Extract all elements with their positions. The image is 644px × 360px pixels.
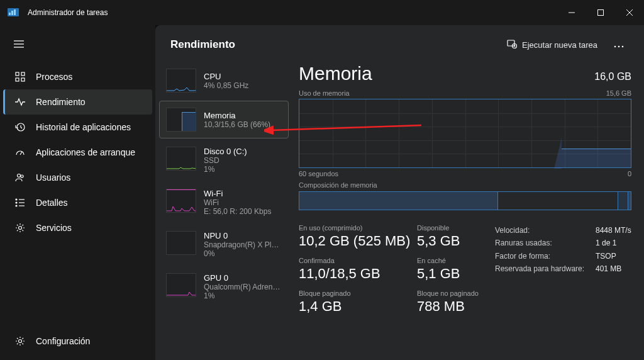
settings-icon bbox=[14, 335, 26, 347]
nav-processes[interactable]: Procesos bbox=[0, 64, 155, 89]
x-right: 0 bbox=[628, 170, 631, 177]
perf-stat: 10,3/15,6 GB (66%) bbox=[204, 120, 270, 129]
nav-history[interactable]: Historial de aplicaciones bbox=[0, 115, 155, 140]
perf-stat: Snapdragon(R) X Plus ... bbox=[204, 240, 282, 249]
nav-settings[interactable]: Configuración bbox=[0, 329, 155, 354]
nav-users[interactable]: Usuarios bbox=[0, 165, 155, 190]
window-controls bbox=[557, 0, 644, 25]
stat-value: 5,1 GB bbox=[417, 266, 480, 282]
nav-label: Configuración bbox=[36, 336, 90, 346]
stat-label: Disponible bbox=[417, 224, 480, 232]
gauge-icon bbox=[14, 147, 26, 158]
kv-val: TSOP bbox=[596, 250, 616, 262]
close-button[interactable] bbox=[615, 0, 644, 25]
window-title: Administrador de tareas bbox=[28, 8, 557, 17]
stat-value: 1,4 GB bbox=[299, 298, 411, 315]
perf-item-disk[interactable]: Disco 0 (C:) SSD 1% bbox=[159, 140, 289, 181]
nav-services[interactable]: Servicios bbox=[0, 215, 155, 240]
svg-rect-5 bbox=[598, 10, 604, 16]
detail-total: 16,0 GB bbox=[594, 71, 631, 82]
svg-point-31 bbox=[614, 46, 616, 48]
svg-point-18 bbox=[21, 175, 23, 177]
svg-point-33 bbox=[622, 46, 624, 48]
nav-label: Detalles bbox=[36, 198, 68, 208]
detail-title: Memoria bbox=[299, 63, 372, 84]
page-title: Rendimiento bbox=[170, 38, 507, 51]
users-icon bbox=[14, 172, 26, 183]
svg-rect-27 bbox=[508, 40, 514, 46]
svg-rect-1 bbox=[9, 13, 11, 15]
performance-list: CPU 4% 0,85 GHz Memoria 10,3/15,6 GB (66… bbox=[155, 60, 292, 360]
sidebar: Procesos Rendimiento Historial de aplica… bbox=[0, 25, 155, 360]
nav-label: Aplicaciones de arranque bbox=[36, 147, 135, 157]
usage-max: 15,6 GB bbox=[606, 89, 631, 97]
nav-performance[interactable]: Rendimiento bbox=[3, 89, 152, 115]
perf-stat: E: 56,0 R: 200 Kbps bbox=[204, 207, 271, 216]
stat-label: Bloque no paginado bbox=[417, 290, 480, 297]
kv-key: Velocidad: bbox=[495, 224, 596, 237]
perf-item-cpu[interactable]: CPU 4% 0,85 GHz bbox=[159, 62, 289, 99]
nav-label: Usuarios bbox=[36, 172, 70, 183]
usage-label: Uso de memoria bbox=[299, 89, 350, 97]
perf-stat: Qualcomm(R) Adreno... bbox=[204, 283, 282, 291]
svg-point-19 bbox=[16, 199, 17, 200]
wifi-thumbnail bbox=[166, 189, 196, 213]
svg-point-21 bbox=[16, 205, 17, 206]
perf-item-gpu[interactable]: GPU 0 Qualcomm(R) Adreno... 1% bbox=[159, 266, 289, 307]
x-left: 60 segundos bbox=[299, 170, 338, 177]
perf-name: Memoria bbox=[204, 111, 270, 120]
svg-rect-3 bbox=[14, 9, 16, 15]
perf-item-wifi[interactable]: Wi-Fi WiFi E: 56,0 R: 200 Kbps bbox=[159, 182, 289, 223]
stat-value: 11,0/18,5 GB bbox=[299, 266, 411, 282]
stat-label: Confirmada bbox=[299, 257, 411, 264]
perf-name: GPU 0 bbox=[204, 273, 282, 283]
svg-point-17 bbox=[18, 174, 21, 177]
run-task-icon bbox=[507, 39, 517, 51]
kv-key: Reservada para hardware: bbox=[495, 262, 596, 275]
stat-label: En uso (comprimido) bbox=[299, 224, 411, 232]
header: Rendimiento Ejecutar nueva tarea bbox=[155, 25, 644, 60]
perf-name: CPU bbox=[204, 72, 248, 81]
app-icon bbox=[8, 7, 19, 18]
maximize-button[interactable] bbox=[586, 0, 615, 25]
minimize-button[interactable] bbox=[557, 0, 586, 25]
cpu-thumbnail bbox=[166, 69, 196, 93]
nav-details[interactable]: Detalles bbox=[0, 190, 155, 215]
stat-label: En caché bbox=[417, 257, 480, 264]
memory-specs: Velocidad:8448 MT/s Ranuras usadas:1 de … bbox=[495, 224, 631, 322]
memory-usage-graph bbox=[299, 99, 631, 168]
svg-rect-12 bbox=[21, 72, 25, 76]
main-panel: Rendimiento Ejecutar nueva tarea CPU 4% … bbox=[155, 25, 644, 360]
more-button[interactable] bbox=[609, 37, 629, 53]
svg-rect-14 bbox=[21, 78, 25, 81]
perf-stat: WiFi bbox=[204, 198, 271, 207]
svg-point-25 bbox=[19, 227, 22, 230]
list-icon bbox=[14, 197, 26, 208]
svg-rect-13 bbox=[16, 78, 19, 81]
perf-item-npu[interactable]: NPU 0 Snapdragon(R) X Plus ... 0% bbox=[159, 224, 289, 265]
kv-val: 8448 MT/s bbox=[596, 224, 631, 237]
kv-key: Ranuras usadas: bbox=[495, 237, 596, 249]
perf-item-memory[interactable]: Memoria 10,3/15,6 GB (66%) bbox=[159, 101, 289, 138]
perf-stat: 0% bbox=[204, 249, 282, 258]
detail-panel: Memoria 16,0 GB Uso de memoria 15,6 GB 6… bbox=[292, 60, 644, 360]
npu-thumbnail bbox=[166, 231, 196, 255]
stat-value: 10,2 GB (525 MB) bbox=[299, 233, 411, 249]
gpu-thumbnail bbox=[166, 273, 196, 297]
svg-rect-2 bbox=[11, 11, 13, 15]
perf-name: Wi-Fi bbox=[204, 189, 271, 198]
nav-label: Rendimiento bbox=[36, 97, 86, 107]
titlebar: Administrador de tareas bbox=[0, 0, 644, 25]
hamburger-button[interactable] bbox=[0, 33, 155, 57]
nav-label: Servicios bbox=[36, 223, 72, 233]
nav-label: Procesos bbox=[36, 72, 72, 82]
stat-label: Bloque paginado bbox=[299, 290, 411, 297]
svg-point-20 bbox=[16, 202, 17, 203]
disk-thumbnail bbox=[166, 147, 196, 171]
nav-startup[interactable]: Aplicaciones de arranque bbox=[0, 140, 155, 165]
run-task-button[interactable]: Ejecutar nueva tarea bbox=[507, 39, 597, 51]
comp-label: Composición de memoria bbox=[299, 181, 377, 189]
history-icon bbox=[14, 121, 26, 133]
memory-thumbnail bbox=[166, 108, 196, 132]
memory-composition-bar bbox=[299, 191, 631, 210]
